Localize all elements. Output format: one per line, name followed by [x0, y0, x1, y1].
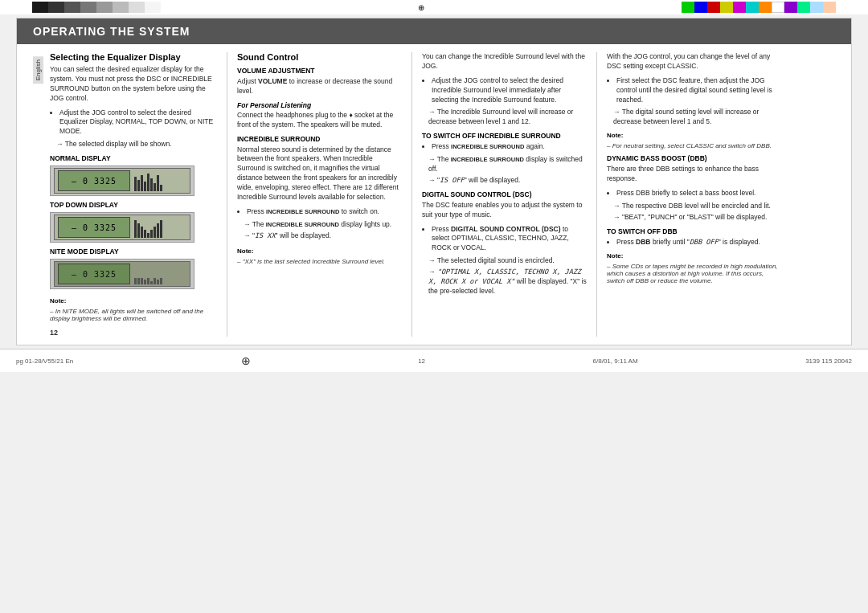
col4-note-text: – For neutral setting, select CLASSIC an…: [607, 142, 781, 149]
lang-label: English: [33, 56, 43, 84]
column-4: With the JOG control, you can change the…: [596, 52, 781, 337]
volume-title: VOLUME ADJUSTMENT: [237, 67, 402, 75]
color-swatch-8: [145, 2, 161, 13]
col4-note-text-2: – Some CDs or tapes might be recorded in…: [607, 263, 781, 284]
dsc-text: The DSC feature enables you to adjust th…: [422, 201, 587, 220]
col4-arrow-1: The digital sound setting level will inc…: [613, 108, 781, 127]
footer-code: 3139 115 20042: [805, 358, 852, 365]
col2-bullet-1: Press INCREDIBLE SURROUND to switch on.: [247, 207, 402, 217]
col1-page-num: 12: [50, 329, 217, 337]
switch-off-title: To switch off Incredible Surround: [422, 132, 587, 140]
color-swatch-4: [80, 2, 96, 13]
col1-bullet-1: Adjust the JOG control to select the des…: [59, 108, 217, 137]
col3-switch-off-list: Press INCREDIBLE SURROUND again.: [432, 142, 587, 152]
crosshair-bottom: ⊕: [241, 354, 251, 367]
content-area: English Selecting the Equalizer Display …: [17, 44, 851, 345]
title-bar: OPERATING THE SYSTEM: [17, 18, 851, 44]
color-swatch-lightblue: [810, 2, 823, 13]
color-swatch-7: [129, 2, 145, 13]
col2-section-title: Sound Control: [237, 52, 402, 62]
col3-bullet-list: Adjust the JOG control to select the des…: [432, 76, 587, 105]
dbb-text: There are three DBB settings to enhance …: [607, 165, 781, 184]
color-blocks-left: [32, 2, 161, 13]
nite-mode-label: NITE MODE Display: [50, 247, 217, 255]
col4-bullet-list: First select the DSC feature, then adjus…: [616, 76, 781, 105]
color-swatch-3: [64, 2, 80, 13]
column-1: Selecting the Equalizer Display You can …: [50, 52, 227, 337]
footer-left: pg 01-28/V55/21 En: [16, 358, 73, 365]
col4-dbb-arrow-1: The respective DBB level will be encircl…: [613, 202, 781, 211]
color-swatch-blue: [694, 2, 707, 13]
col4-note-label-2: Note:: [607, 252, 623, 260]
col4-note-label: Note:: [607, 132, 623, 139]
column-3: You can change the Incredible Surround l…: [411, 52, 596, 337]
col1-note-label: Note:: [50, 297, 66, 304]
top-color-bar: ⊕: [0, 0, 868, 14]
col1-arrow-1: The selected display will be shown.: [56, 140, 217, 149]
col3-switch-arrow-2: "IS OFF" will be displayed.: [428, 176, 587, 186]
column-2: Sound Control VOLUME ADJUSTMENT Adjust V…: [227, 52, 411, 337]
volume-text: Adjust VOLUME to increase or decrease th…: [237, 77, 402, 96]
col1-note-block: Note: – In NITE MODE, all lights will be…: [50, 296, 217, 322]
col3-bullet-1: Adjust the JOG control to select the des…: [432, 76, 587, 105]
color-swatch-magenta: [733, 2, 746, 13]
switch-off-dbb-title: To switch off DBB: [607, 227, 781, 235]
col2-note-text: – "XX" is the last selected Incredible S…: [237, 258, 402, 265]
col2-arrow-2: "IS XX" will be displayed.: [244, 231, 402, 241]
color-swatch-yellow: [720, 2, 733, 13]
col3-switch-off-bullet: Press INCREDIBLE SURROUND again.: [432, 142, 587, 152]
color-swatch-red: [707, 2, 720, 13]
col3-switch-arrow-1: The INCREDIBLE SURROUND display is switc…: [428, 155, 587, 174]
col3-intro: You can change the Incredible Surround l…: [422, 52, 587, 72]
color-blocks-right: [682, 2, 836, 13]
color-swatch-1: [32, 2, 48, 13]
col4-switch-off-dbb-bullet: Press DBB briefly until "DBB OFF" is dis…: [616, 238, 781, 247]
top-down-display-label: TOP DOWN Display: [50, 201, 217, 209]
color-swatch-mint: [797, 2, 810, 13]
col2-note-block: Note: – "XX" is the last selected Incred…: [237, 246, 402, 265]
col4-note-block: Note: – For neutral setting, select CLAS…: [607, 130, 781, 149]
personal-listening-text: Connect the headphones plug to the ♦ soc…: [237, 111, 402, 130]
col2-arrow-1: The INCREDIBLE SURROUND display lights u…: [244, 220, 402, 230]
col4-dbb-bullet: Press DBB briefly to select a bass boost…: [616, 189, 781, 198]
col3-dsc-bullet: Press DIGITAL SOUND CONTROL (DSC) to sel…: [432, 225, 587, 254]
col1-intro: You can select the desired equalizer dis…: [50, 65, 217, 104]
nite-mode-display-image: – 0 3325: [50, 259, 194, 289]
dsc-title: DIGITAL SOUND CONTROL (DSC): [422, 190, 587, 198]
col1-bullet-list: Adjust the JOG control to select the des…: [59, 108, 217, 137]
footer: pg 01-28/V55/21 En ⊕ 12 6/8/01, 9:11 AM …: [0, 349, 868, 372]
color-swatch-white: [772, 2, 784, 13]
col4-intro: With the JOG control, you can change the…: [607, 52, 781, 72]
col3-arrow-1: The Incredible Surround level will incre…: [428, 108, 587, 127]
col4-dbb-arrow-2: "BEAT", "PUNCH" or "BLAST" will be displ…: [613, 213, 781, 223]
col4-note-block-2: Note: – Some CDs or tapes might be recor…: [607, 251, 781, 284]
col3-dsc-arrow-2: "OPTIMAL X, CLASSIC, TECHNO X, JAZZ X, R…: [428, 268, 587, 296]
personal-listening-label: For Personal Listening: [237, 101, 402, 109]
dbb-title: DYNAMIC BASS BOOST (DBB): [607, 154, 781, 162]
col4-dbb-list: Press DBB briefly to select a bass boost…: [616, 189, 781, 198]
normal-display-image: – 0 3325: [50, 166, 194, 196]
col1-section-title: Selecting the Equalizer Display: [50, 52, 217, 62]
incredible-surround-text: Normal stereo sound is determined by the…: [237, 145, 402, 202]
normal-display-label: NORMAL Display: [50, 154, 217, 162]
col2-bullet-list: Press INCREDIBLE SURROUND to switch on.: [247, 207, 402, 217]
color-swatch-6: [113, 2, 129, 13]
footer-center-page: 12: [418, 358, 425, 365]
top-down-display-image: – 0 3325: [50, 212, 194, 243]
incredible-surround-title: INCREDIBLE SURROUND: [237, 135, 402, 143]
footer-date: 6/8/01, 9:11 AM: [593, 358, 638, 365]
col1-note-text: – In NITE MODE, all lights will be switc…: [50, 308, 217, 322]
color-swatch-2: [48, 2, 64, 13]
col2-note-label: Note:: [237, 247, 253, 255]
col4-switch-off-dbb-list: Press DBB briefly until "DBB OFF" is dis…: [616, 238, 781, 247]
crosshair-top: ⊕: [161, 3, 682, 12]
col3-dsc-arrow-1: The selected digital sound is encircled.: [428, 256, 587, 266]
title-text: OPERATING THE SYSTEM: [33, 25, 190, 38]
color-swatch-green: [682, 2, 694, 13]
col3-dsc-list: Press DIGITAL SOUND CONTROL (DSC) to sel…: [432, 225, 587, 254]
color-swatch-5: [96, 2, 113, 13]
main-page: OPERATING THE SYSTEM English Selecting t…: [16, 18, 852, 345]
col4-bullet-1: First select the DSC feature, then adjus…: [616, 76, 781, 105]
color-swatch-orange: [759, 2, 772, 13]
color-swatch-cyan: [746, 2, 759, 13]
